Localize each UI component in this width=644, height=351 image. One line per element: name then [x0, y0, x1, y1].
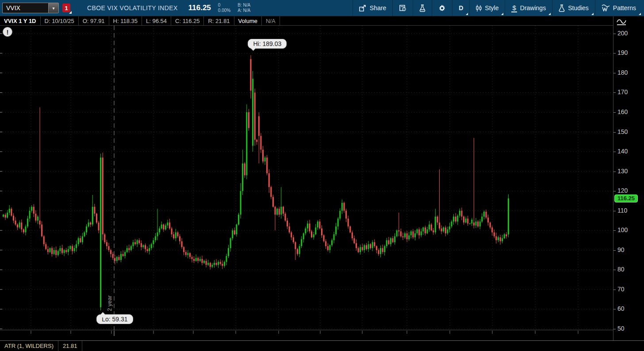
top-toolbar: VVIX ▾ 1 CBOE VIX VOLATILITY INDEX 116.2…	[0, 0, 644, 16]
studies-label: Studies	[568, 4, 589, 11]
share-button[interactable]: Share	[353, 0, 392, 16]
candle-body	[396, 230, 398, 236]
candle-body	[58, 251, 59, 255]
candle-body	[451, 221, 452, 226]
candle-body	[433, 230, 434, 232]
warning-icon[interactable]: !	[3, 27, 12, 37]
candle-body	[382, 248, 383, 252]
patterns-button[interactable]: Patterns	[595, 0, 642, 16]
candle-body	[74, 248, 75, 251]
candle-body	[17, 225, 18, 228]
candle-body	[222, 264, 223, 266]
candle-body	[179, 237, 180, 241]
candle-body	[246, 112, 247, 176]
candle-body	[412, 231, 414, 237]
candlestick-chart[interactable]: 2 year ! Hi: 189.03 Lo: 59.31	[0, 26, 613, 330]
candle-body	[331, 240, 333, 245]
candle-body	[406, 233, 408, 239]
candle-body	[147, 249, 148, 251]
candle-body	[226, 256, 227, 262]
candle-body	[465, 218, 467, 222]
candle-body	[86, 226, 87, 232]
candle-body	[157, 233, 158, 237]
time-axis[interactable]	[0, 331, 613, 340]
candle-body	[339, 211, 341, 219]
candle-body	[254, 92, 256, 140]
candle-body	[141, 243, 142, 247]
candle-body	[439, 222, 440, 228]
candle-body	[417, 229, 418, 233]
candle-body	[51, 248, 53, 254]
candle-body	[153, 240, 154, 244]
candle-body	[238, 215, 239, 225]
candle-body	[327, 246, 329, 250]
last-price: 116.25	[188, 4, 211, 12]
candle-body	[459, 211, 460, 216]
change-percent: 0.00%	[218, 8, 230, 13]
symbol-input[interactable]: VVIX	[2, 3, 48, 13]
candle-body	[319, 221, 320, 229]
candle-body	[196, 258, 197, 261]
price-axis-tick	[613, 191, 616, 191]
candle-body	[353, 238, 355, 243]
candle-body	[390, 238, 391, 244]
candle-body	[483, 212, 485, 217]
candle-body	[177, 233, 178, 237]
gear-icon	[438, 4, 446, 12]
candle-body	[345, 211, 347, 219]
close-cell: C: 116.25	[171, 16, 204, 25]
indicator-bar: ATR (1, WILDERS) 21.81	[0, 340, 644, 351]
candle-body	[479, 221, 481, 226]
drawings-button[interactable]: $ Drawings	[505, 0, 552, 16]
style-button[interactable]: Style	[469, 0, 505, 16]
price-axis-tick	[613, 92, 616, 93]
candle-body	[358, 248, 359, 252]
corporate-actions-button[interactable]	[392, 0, 413, 16]
timeframe-button[interactable]: D	[452, 0, 469, 16]
price-tick-label: 190	[617, 49, 628, 56]
price-axis-tick	[613, 211, 616, 211]
price-scale-icon[interactable]	[616, 18, 627, 26]
price-axis-tick	[613, 53, 616, 53]
candle-body	[394, 237, 395, 242]
price-tick-label: 60	[617, 305, 625, 312]
symbol-dropdown-button[interactable]: ▾	[48, 3, 59, 13]
candle-body	[279, 209, 280, 214]
candle-body	[295, 242, 296, 249]
candle-body	[311, 231, 312, 237]
candle-body	[421, 231, 422, 235]
candle-body	[76, 244, 77, 248]
candle-body	[414, 233, 416, 237]
chart-settings-button[interactable]	[432, 0, 452, 16]
analysis-tools-button[interactable]	[413, 0, 432, 16]
candle-body	[130, 246, 132, 250]
price-axis[interactable]: 116.25 200190180170160150140130120110100…	[613, 16, 644, 340]
candle-body	[61, 248, 63, 253]
candle-body	[201, 259, 203, 263]
candle-body	[224, 262, 225, 266]
price-tick-label: 100	[617, 226, 628, 233]
candle-body	[425, 228, 426, 233]
candle-body	[276, 209, 278, 214]
candle-body	[431, 225, 432, 230]
alert-badge[interactable]: 1	[62, 4, 70, 12]
candle-body	[471, 220, 472, 224]
price-axis-tick	[613, 132, 616, 133]
candle-body	[313, 234, 314, 237]
candle-body	[376, 246, 377, 250]
candle-body	[78, 238, 79, 244]
indicator-name[interactable]: ATR (1, WILDERS)	[0, 341, 58, 351]
candle-body	[457, 216, 458, 221]
price-tick-label: 150	[617, 128, 628, 135]
timeframe-label: D	[459, 4, 463, 11]
candle-body	[283, 207, 284, 214]
dropdown-corner-icon	[591, 13, 594, 15]
candle-body	[256, 140, 257, 141]
candle-body	[495, 237, 497, 240]
candle-body	[96, 214, 97, 222]
candle-body	[13, 216, 14, 221]
studies-button[interactable]: Studies	[552, 0, 595, 16]
candle-body	[284, 214, 286, 221]
candle-body	[7, 213, 8, 217]
price-axis-tick	[613, 230, 616, 231]
